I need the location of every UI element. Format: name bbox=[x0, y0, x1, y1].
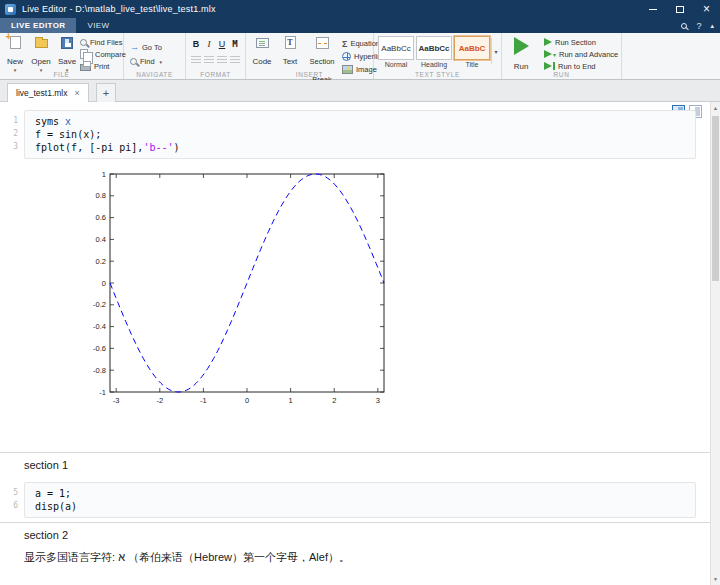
style-title-button[interactable]: AaBbC bbox=[454, 36, 490, 60]
underline-button[interactable]: U bbox=[216, 37, 228, 50]
tab-view[interactable]: VIEW bbox=[76, 18, 120, 33]
code-line: f = sin(x); bbox=[35, 128, 695, 141]
ribbon-group-file: New Open Save Find Files Compare Pr bbox=[0, 33, 124, 79]
ribbon-group-text-style: AaBbCc AaBbCc AaBbC Normal Heading Title… bbox=[374, 33, 502, 79]
scrollbar-thumb[interactable] bbox=[712, 116, 719, 281]
section-break-icon bbox=[316, 37, 329, 49]
search-icon bbox=[130, 58, 137, 65]
italic-button[interactable]: I bbox=[203, 37, 215, 50]
compare-button[interactable]: Compare bbox=[80, 48, 126, 60]
scroll-down-icon[interactable] bbox=[711, 573, 720, 585]
svg-text:1: 1 bbox=[289, 396, 293, 405]
find-button[interactable]: Find bbox=[130, 54, 162, 68]
section-2-heading[interactable]: section 2 bbox=[24, 529, 68, 541]
group-label-insert: INSERT bbox=[246, 71, 373, 78]
quick-access-toolbar bbox=[681, 18, 714, 33]
line-number: 2 bbox=[2, 127, 18, 140]
help-icon[interactable] bbox=[696, 21, 701, 31]
window-title: Live Editor - D:\matlab_live_test\live_t… bbox=[22, 4, 216, 14]
style-gallery-expand-icon[interactable] bbox=[491, 38, 500, 64]
style-normal-button[interactable]: AaBbCc bbox=[378, 36, 414, 60]
run-section-icon bbox=[544, 38, 552, 46]
svg-text:-1: -1 bbox=[200, 396, 207, 405]
section-break-rule bbox=[0, 522, 710, 523]
toolstrip: New Open Save Find Files Compare Pr bbox=[0, 33, 720, 80]
sine-plot: -3-2-10123-1-0.8-0.6-0.4-0.200.20.40.60.… bbox=[84, 166, 396, 412]
tab-live-editor[interactable]: LIVE EDITOR bbox=[0, 18, 76, 33]
open-folder-icon bbox=[35, 39, 48, 48]
live-script-editor[interactable]: 1 2 3 5 6 syms x f = sin(x); fplot(f, [-… bbox=[0, 102, 710, 585]
code-line: a = 1; bbox=[35, 487, 695, 500]
new-button[interactable]: New bbox=[2, 35, 28, 72]
search-icon bbox=[80, 39, 87, 46]
close-button[interactable] bbox=[693, 0, 720, 18]
text-block-icon bbox=[285, 36, 296, 49]
insert-text-button[interactable]: Text bbox=[276, 35, 304, 86]
chevron-down-icon bbox=[158, 57, 163, 66]
printer-icon bbox=[80, 64, 91, 71]
find-files-button[interactable]: Find Files bbox=[80, 36, 126, 48]
sigma-equation-icon bbox=[342, 39, 347, 49]
search-documentation-icon[interactable] bbox=[681, 23, 687, 29]
code-line: syms x bbox=[35, 115, 695, 128]
open-button[interactable]: Open bbox=[28, 35, 54, 72]
svg-text:0: 0 bbox=[245, 396, 249, 405]
insert-section-break-button[interactable]: Section Break bbox=[304, 35, 340, 86]
tab-close-icon[interactable]: × bbox=[75, 88, 80, 98]
svg-text:-0.4: -0.4 bbox=[93, 322, 106, 331]
run-advance-icon bbox=[544, 50, 552, 58]
ribbon-group-navigate: Go To Find NAVIGATE bbox=[124, 33, 186, 79]
svg-text:-0.8: -0.8 bbox=[93, 366, 106, 375]
style-heading-button[interactable]: AaBbCc bbox=[416, 36, 452, 60]
scroll-up-icon[interactable] bbox=[711, 102, 720, 114]
bulleted-list-icon bbox=[191, 56, 201, 65]
section-break-rule bbox=[0, 452, 710, 453]
run-section-button[interactable]: Run Section bbox=[544, 36, 618, 48]
new-file-icon bbox=[10, 36, 21, 49]
svg-text:-0.6: -0.6 bbox=[93, 344, 106, 353]
run-and-advance-button[interactable]: Run and Advance bbox=[544, 48, 618, 60]
section-1-heading[interactable]: section 1 bbox=[24, 459, 68, 471]
group-label-navigate: NAVIGATE bbox=[124, 71, 185, 78]
globe-hyperlink-icon bbox=[342, 52, 351, 61]
code-block-2[interactable]: a = 1; disp(a) bbox=[24, 482, 696, 518]
svg-text:0.2: 0.2 bbox=[96, 257, 106, 266]
compare-files-icon bbox=[80, 49, 88, 59]
end-bar-icon bbox=[553, 62, 555, 70]
multilingual-text-paragraph[interactable]: 显示多国语言字符: א （希伯来语（Hebrew）第一个字母，Alef）。 bbox=[24, 550, 350, 565]
vertical-scrollbar[interactable] bbox=[710, 102, 720, 585]
code-line: disp(a) bbox=[35, 500, 695, 513]
svg-text:0.8: 0.8 bbox=[96, 191, 106, 200]
advance-arrow-icon bbox=[552, 50, 556, 59]
collapse-toolstrip-icon[interactable] bbox=[710, 22, 714, 30]
title-bar: Live Editor - D:\matlab_live_test\live_t… bbox=[0, 0, 720, 18]
line-number: 6 bbox=[2, 499, 18, 512]
insert-code-button[interactable]: Code bbox=[248, 35, 276, 86]
save-button[interactable]: Save bbox=[54, 35, 80, 72]
go-to-arrow-icon bbox=[130, 42, 139, 52]
window-controls bbox=[639, 0, 720, 18]
group-label-file: FILE bbox=[0, 71, 123, 78]
ribbon-group-insert: Code Text Section Break Equation Hyperli… bbox=[246, 33, 374, 79]
code-block-1[interactable]: syms x f = sin(x); fplot(f, [-pi pi],'b-… bbox=[24, 110, 696, 159]
document-tab-label: live_test1.mlx bbox=[16, 88, 68, 98]
go-to-button[interactable]: Go To bbox=[130, 40, 162, 54]
style-heading-label: Heading bbox=[416, 61, 452, 68]
line-number: 1 bbox=[2, 114, 18, 127]
new-tab-button[interactable]: + bbox=[96, 83, 116, 102]
live-editor-app-icon bbox=[5, 4, 16, 15]
string-token: 'b--' bbox=[143, 142, 173, 153]
maximize-button[interactable] bbox=[666, 0, 693, 18]
run-to-end-icon bbox=[544, 62, 552, 70]
save-disk-icon bbox=[61, 37, 73, 49]
line-number: 3 bbox=[2, 140, 18, 153]
monospace-button[interactable]: M bbox=[229, 37, 241, 50]
svg-text:-0.2: -0.2 bbox=[93, 300, 106, 309]
bold-button[interactable]: B bbox=[190, 37, 202, 50]
document-tab-active[interactable]: live_test1.mlx × bbox=[7, 83, 89, 102]
svg-text:0.4: 0.4 bbox=[96, 235, 106, 244]
group-label-text-style: TEXT STYLE bbox=[374, 71, 501, 78]
minimize-button[interactable] bbox=[639, 0, 666, 18]
svg-text:0: 0 bbox=[102, 279, 106, 288]
svg-text:2: 2 bbox=[332, 396, 336, 405]
